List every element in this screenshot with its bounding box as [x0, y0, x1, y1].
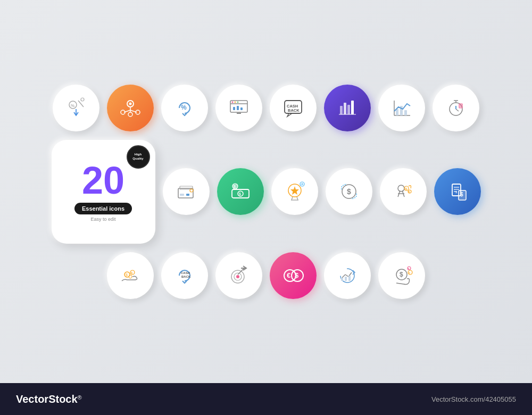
- svg-text:%: %: [181, 104, 187, 111]
- svg-line-58: [297, 197, 298, 200]
- svg-text:$: $: [126, 273, 128, 277]
- svg-rect-27: [344, 103, 346, 114]
- row-1: %: [53, 85, 479, 131]
- network-user-icon[interactable]: [107, 85, 154, 131]
- svg-rect-35: [404, 110, 407, 115]
- svg-marker-56: [290, 186, 299, 195]
- brand-name: VectorStock: [16, 393, 78, 405]
- icons-container: %: [52, 85, 481, 299]
- svg-point-17: [235, 101, 236, 103]
- svg-rect-45: [178, 188, 193, 198]
- svg-line-98: [345, 275, 348, 277]
- svg-rect-48: [186, 194, 189, 196]
- discount-down-icon[interactable]: %: [53, 85, 99, 131]
- svg-text:$: $: [400, 271, 403, 278]
- timer-chart-icon[interactable]: [433, 85, 479, 131]
- svg-rect-34: [400, 106, 403, 115]
- svg-point-65: [398, 185, 404, 192]
- svg-point-16: [232, 101, 234, 103]
- cashback-bubble-icon[interactable]: CASH BACK: [270, 85, 317, 131]
- line-bar-chart-icon[interactable]: [378, 85, 425, 131]
- svg-line-40: [456, 109, 459, 111]
- quality-text2: Quality: [132, 157, 143, 161]
- svg-text:$: $: [295, 271, 299, 279]
- svg-rect-101: [345, 277, 347, 281]
- svg-rect-47: [180, 194, 184, 196]
- svg-rect-28: [347, 105, 350, 114]
- svg-point-9: [128, 112, 132, 117]
- svg-text:$: $: [347, 187, 351, 196]
- svg-text:$: $: [460, 192, 463, 197]
- svg-rect-33: [396, 109, 398, 115]
- essential-label: Essential icons: [74, 203, 132, 214]
- trademark: ®: [78, 394, 82, 400]
- svg-text:$: $: [408, 190, 410, 194]
- svg-text:¥: ¥: [408, 267, 410, 270]
- euro-dollar-icon[interactable]: € $: [270, 252, 317, 299]
- svg-line-57: [292, 197, 293, 200]
- number-badge: 20: [82, 161, 124, 200]
- target-arrow-icon[interactable]: [215, 252, 262, 299]
- coins-hand-icon[interactable]: $ $: [107, 252, 154, 299]
- svg-text:CASH: CASH: [181, 271, 190, 275]
- dollar-currency-hand-icon[interactable]: $ € ¥: [378, 252, 425, 299]
- svg-text:BACK: BACK: [288, 108, 300, 113]
- svg-text:$: $: [455, 190, 458, 194]
- svg-point-4: [81, 98, 84, 101]
- svg-line-2: [78, 101, 84, 107]
- svg-text:€: €: [409, 271, 411, 275]
- svg-point-18: [237, 101, 239, 103]
- svg-rect-21: [240, 107, 243, 110]
- svg-point-6: [129, 102, 132, 105]
- svg-rect-26: [340, 106, 343, 114]
- svg-text:$: $: [234, 185, 236, 189]
- svg-rect-20: [237, 106, 239, 110]
- svg-text:%: %: [71, 103, 74, 108]
- footer-url: VectorStock.com/42405055: [431, 395, 516, 403]
- footer-logo: VectorStock®: [16, 393, 82, 405]
- website-stats-icon[interactable]: [215, 85, 262, 131]
- svg-rect-100: [341, 278, 343, 281]
- easy-edit-text: Easy to edit: [90, 217, 115, 222]
- svg-text:$: $: [239, 192, 241, 196]
- money-card-icon[interactable]: $ $: [217, 168, 264, 215]
- svg-rect-19: [233, 107, 235, 110]
- wallet-cards-icon[interactable]: [163, 168, 210, 215]
- label-card: High Quality 20 Essential icons Easy to …: [52, 140, 155, 244]
- row-2: High Quality 20 Essential icons Easy to …: [52, 140, 481, 244]
- svg-text:€: €: [287, 271, 290, 279]
- svg-text:BACK: BACK: [181, 275, 191, 278]
- cashback-arrow-icon[interactable]: CASH BACK: [161, 252, 208, 299]
- quality-badge: High Quality: [127, 145, 150, 169]
- svg-rect-29: [351, 101, 354, 114]
- row-3: $ $ CASH BACK: [107, 252, 425, 299]
- star-award-icon[interactable]: [271, 168, 318, 215]
- svg-text:$: $: [131, 271, 133, 275]
- percent-refresh-icon[interactable]: %: [161, 85, 208, 131]
- dollar-coin-icon[interactable]: $: [326, 168, 372, 215]
- chart-refresh-icon[interactable]: [324, 252, 371, 299]
- quality-text: High: [135, 153, 142, 156]
- svg-point-89: [236, 275, 239, 278]
- bar-chart-purple-icon[interactable]: [324, 85, 371, 131]
- footer-bar: VectorStock® VectorStock.com/42405055: [0, 383, 532, 415]
- svg-text:$: $: [405, 187, 407, 190]
- invoice-dollar-icon[interactable]: $ $: [434, 168, 481, 215]
- svg-rect-102: [348, 276, 351, 281]
- main-content: %: [0, 0, 532, 383]
- money-confusion-icon[interactable]: $ $: [380, 168, 427, 215]
